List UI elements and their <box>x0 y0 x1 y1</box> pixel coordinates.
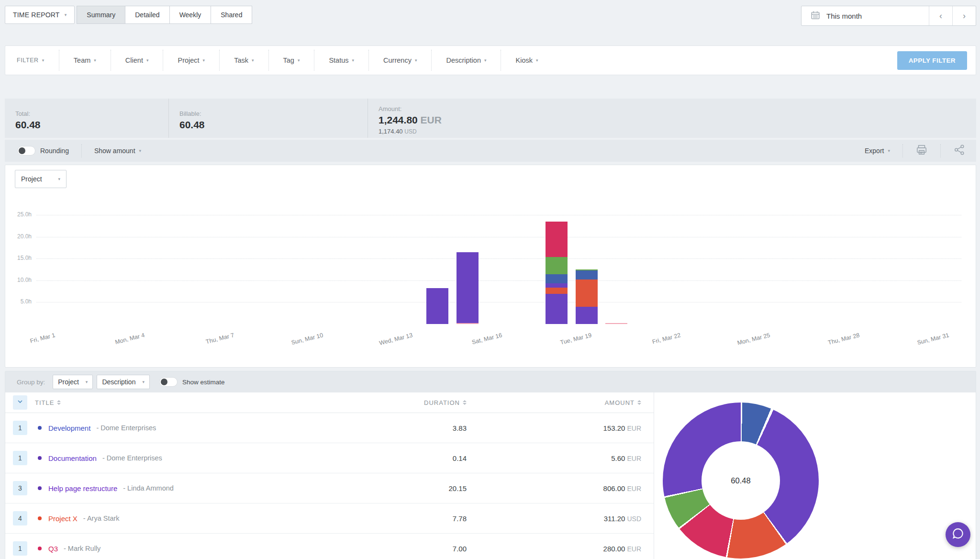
show-amount-dropdown[interactable]: Show amount ▾ <box>94 147 141 155</box>
filter-item-status[interactable]: Status▾ <box>314 50 369 71</box>
table-row[interactable]: 1Documentation- Dome Enterprises0.145.60… <box>5 443 654 473</box>
print-button[interactable] <box>915 144 928 158</box>
column-header-amount[interactable]: AMOUNT <box>467 399 641 406</box>
column-header-title[interactable]: TITLE <box>35 399 371 406</box>
project-title-link[interactable]: Project X <box>48 514 78 523</box>
chevron-down-icon: ▾ <box>139 149 142 153</box>
stat-amount: Amount: 1,244.80 EUR 1,174.40 USD <box>368 99 976 138</box>
filter-item-description[interactable]: Description▾ <box>432 50 501 71</box>
chevron-down-icon: ▾ <box>352 58 355 63</box>
filter-item-client[interactable]: Client▾ <box>111 50 164 71</box>
filter-item-project[interactable]: Project▾ <box>163 50 220 71</box>
total-label: Total: <box>15 110 168 117</box>
help-chat-button[interactable] <box>946 522 970 547</box>
currency-code: EUR <box>627 455 641 462</box>
rounding-toggle[interactable] <box>17 146 35 156</box>
group-by-select-1-value: Project <box>58 378 79 386</box>
chevron-down-icon: ▾ <box>142 380 145 384</box>
filter-item-label: Team <box>74 56 90 64</box>
donut-center: 60.48 <box>702 441 780 520</box>
chart-group-select[interactable]: Project ▾ <box>15 170 67 188</box>
currency-code: USD <box>627 515 641 523</box>
donut-panel: 60.48 <box>654 392 976 559</box>
filter-item-kiosk[interactable]: Kiosk▾ <box>501 50 552 71</box>
project-title-link[interactable]: Help page restructure <box>48 484 117 492</box>
table-row[interactable]: 3Help page restructure- Linda Ammond20.1… <box>5 473 654 503</box>
apply-filter-button[interactable]: APPLY FILTER <box>897 51 967 70</box>
duration-value: 20.15 <box>371 484 467 492</box>
filter-item-team[interactable]: Team▾ <box>59 50 111 71</box>
project-title-link[interactable]: Documentation <box>48 454 97 462</box>
next-period-button[interactable]: › <box>952 6 976 25</box>
previous-period-button[interactable]: ‹ <box>929 6 952 25</box>
tab-weekly[interactable]: Weekly <box>170 6 212 24</box>
table-row[interactable]: 1Q3- Mark Rully7.00280.00EUR <box>5 534 654 559</box>
share-button[interactable] <box>953 144 966 158</box>
x-axis-label: Sun, Mar 31 <box>897 332 949 351</box>
column-amount-label: AMOUNT <box>605 399 635 406</box>
top-bar: TIME REPORT ▾ SummaryDetailedWeeklyShare… <box>5 6 976 24</box>
x-axis-label: Thu, Mar 28 <box>808 332 860 351</box>
share-icon <box>953 144 966 158</box>
summary-stats: Total: 60.48 Billable: 60.48 Amount: 1,2… <box>5 99 976 138</box>
chevron-down-icon: ▾ <box>203 58 205 63</box>
report-type-menu[interactable]: TIME REPORT ▾ <box>5 6 75 24</box>
project-color-dot <box>38 426 42 430</box>
filter-item-task[interactable]: Task▾ <box>220 50 268 71</box>
client-name: - Arya Stark <box>83 514 120 522</box>
tab-shared[interactable]: Shared <box>211 6 252 24</box>
billable-value: 60.48 <box>179 119 368 131</box>
show-estimate-label: Show estimate <box>182 379 225 386</box>
bar-stack-day-20 <box>605 323 627 324</box>
group-by-select-1[interactable]: Project ▾ <box>53 375 93 389</box>
tab-detailed[interactable]: Detailed <box>125 6 169 24</box>
group-by-select-2[interactable]: Description ▾ <box>97 375 150 389</box>
chevron-down-icon: ▾ <box>536 58 538 63</box>
y-axis-label: 10.0h <box>5 277 32 283</box>
amount-currency: EUR <box>421 114 442 125</box>
date-range-picker[interactable]: This month <box>802 6 929 25</box>
total-value: 60.48 <box>15 119 168 131</box>
amount-cell: 153.20EUR <box>467 424 641 432</box>
group-by-select-2-value: Description <box>102 378 135 386</box>
collapse-all-button[interactable] <box>13 395 27 410</box>
amount-secondary-currency: USD <box>404 128 416 135</box>
entry-count-badge: 4 <box>13 511 27 525</box>
filter-item-tag[interactable]: Tag▾ <box>269 50 315 71</box>
amount-label: Amount: <box>379 105 976 112</box>
bar-stack-day-15 <box>457 252 479 324</box>
amount-cell: 311.20USD <box>467 514 641 523</box>
chevron-down-icon: ▾ <box>94 58 96 63</box>
project-color-dot <box>38 486 42 490</box>
x-axis-label: Sun, Mar 10 <box>271 332 324 351</box>
donut-total-label: 60.48 <box>731 476 750 485</box>
entry-count-badge: 3 <box>13 481 27 495</box>
filter-item-label: Status <box>329 56 348 64</box>
currency-code: EUR <box>627 485 641 492</box>
stat-billable: Billable: 60.48 <box>168 99 368 138</box>
show-estimate-toggle[interactable] <box>159 377 178 387</box>
export-dropdown[interactable]: Export ▾ <box>865 147 890 155</box>
bar-segment <box>605 323 627 324</box>
x-axis-label: Wed, Mar 13 <box>361 332 413 351</box>
amount-number: 1,244.80 <box>379 114 418 125</box>
chat-bubble-icon <box>951 527 965 542</box>
group-by-label: Group by: <box>17 379 45 386</box>
currency-code: EUR <box>627 425 641 432</box>
filter-item-filter[interactable]: FILTER▾ <box>5 50 59 71</box>
row-title-cell: 1Q3- Mark Rully <box>5 541 371 556</box>
client-name: - Linda Ammond <box>123 484 174 492</box>
bar-segment <box>546 288 568 294</box>
table-row[interactable]: 4Project X- Arya Stark7.78311.20USD <box>5 503 654 534</box>
duration-value: 7.00 <box>371 545 467 553</box>
filter-item-currency[interactable]: Currency▾ <box>369 50 432 71</box>
tab-summary[interactable]: Summary <box>77 6 125 24</box>
show-amount-label: Show amount <box>94 147 135 155</box>
table-row[interactable]: 1Development- Dome Enterprises3.83153.20… <box>5 413 654 443</box>
column-header-duration[interactable]: DURATION <box>371 399 467 406</box>
bar-chart-plot: 5.0h10.0h15.0h20.0h25.0hFri, Mar 1Mon, M… <box>36 215 961 324</box>
bar-stack-day-18 <box>546 222 568 324</box>
project-title-link[interactable]: Q3 <box>48 545 58 553</box>
bar-segment <box>576 280 598 307</box>
project-title-link[interactable]: Development <box>48 424 90 432</box>
